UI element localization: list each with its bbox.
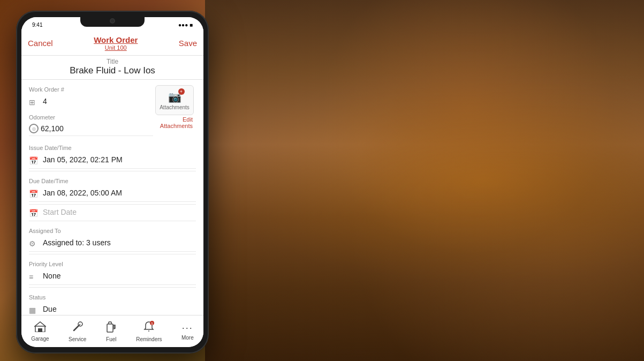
svg-rect-1 [38, 328, 42, 332]
wo-left: Work Order # ⊞ 4 Odometer ◎ 62,100 [29, 82, 153, 136]
issue-date-value: Jan 05, 2022, 02:21 PM [43, 155, 196, 164]
more-icon: ··· [182, 322, 193, 334]
priority-section: Priority Level ≡ None [29, 254, 196, 288]
issue-date-row[interactable]: 📅 Jan 05, 2022, 02:21 PM [29, 152, 196, 169]
due-date-value: Jan 08, 2022, 05:00 AM [43, 189, 196, 197]
garage-icon [34, 321, 46, 335]
priority-label: Priority Level [29, 261, 196, 267]
form-scroll: Title Brake Fluid - Low Ios Work Order #… [21, 56, 203, 315]
assigned-to-row[interactable]: ⚙ Assigned to: 3 users [29, 235, 196, 252]
assigned-to-label: Assigned To [29, 228, 196, 234]
due-date-row[interactable]: 📅 Jan 08, 2022, 05:00 AM [29, 185, 196, 202]
odometer-label: Odometer [29, 114, 153, 121]
calendar-icon: 📅 [29, 156, 39, 165]
assigned-to-value: Assigned to: 3 users [43, 238, 196, 247]
reminders-label: Reminders [136, 336, 162, 342]
svg-line-2 [74, 326, 79, 330]
attachments-label: Attachments [160, 104, 190, 110]
attachments-box[interactable]: 📷 + Attachments [155, 85, 194, 115]
service-icon [72, 321, 84, 335]
svg-rect-5 [107, 324, 113, 332]
wo-right: 📷 + Attachments Edit Attachments [153, 82, 196, 132]
phone-screen: 9:41 ●●● ■ Cancel Work Order Unit 100 Sa… [21, 17, 203, 347]
phone-device: 9:41 ●●● ■ Cancel Work Order Unit 100 Sa… [16, 11, 209, 354]
more-label: More [181, 335, 194, 341]
status-icon: ▦ [29, 306, 39, 314]
camera-icon: 📷 + [168, 91, 181, 103]
phone-camera [110, 18, 115, 24]
nav-item-reminders[interactable]: 1 Reminders [136, 321, 162, 342]
due-date-section: Due Date/Time 📅 Jan 08, 2022, 05:00 AM [29, 171, 196, 205]
priority-row[interactable]: ≡ None [29, 268, 196, 285]
priority-value: None [43, 272, 196, 280]
status-section: Status ▦ Due [29, 288, 196, 315]
service-label: Service [69, 336, 86, 342]
save-button[interactable]: Save [179, 39, 197, 48]
calendar-start-icon: 📅 [29, 209, 39, 217]
work-order-row: ⊞ 4 [29, 94, 153, 110]
garage-label: Garage [31, 336, 49, 342]
work-order-label: Work Order # [29, 86, 153, 93]
status-row[interactable]: ▦ Due [29, 302, 196, 315]
title-section: Title Brake Fluid - Low Ios [21, 56, 203, 80]
header-row: Cancel Work Order Unit 100 Save [28, 35, 197, 51]
header-title: Work Order [94, 35, 138, 44]
reminders-icon: 1 [143, 321, 154, 335]
nav-item-garage[interactable]: Garage [31, 321, 49, 342]
fuel-label: Fuel [106, 336, 116, 342]
status-icons: ●●● ■ [178, 22, 193, 28]
app-content: 9:41 ●●● ■ Cancel Work Order Unit 100 Sa… [21, 17, 203, 347]
assigned-to-section: Assigned To ⚙ Assigned to: 3 users [29, 221, 196, 254]
work-order-value[interactable]: 4 [43, 97, 153, 106]
odometer-icon: ◎ [29, 124, 39, 133]
header-subtitle: Unit 100 [94, 44, 138, 51]
header-title-block: Work Order Unit 100 [94, 35, 138, 51]
svg-line-4 [79, 324, 80, 326]
list-icon: ≡ [29, 273, 39, 281]
issue-date-label: Issue Date/Time [29, 145, 196, 151]
app-header: Cancel Work Order Unit 100 Save [21, 32, 203, 56]
status-value: Due [43, 305, 196, 313]
status-label: Status [29, 294, 196, 300]
nav-item-service[interactable]: Service [69, 321, 86, 342]
nav-item-more[interactable]: ··· More [181, 322, 194, 341]
start-date-value: Start Date [43, 208, 196, 216]
form-section: Work Order # ⊞ 4 Odometer ◎ 62,100 [21, 82, 203, 315]
edit-attachments-button[interactable]: Edit Attachments [156, 116, 193, 129]
odometer-value[interactable]: 62,100 [41, 124, 153, 133]
grid-icon: ⊞ [29, 98, 39, 107]
wo-attachments-row: Work Order # ⊞ 4 Odometer ◎ 62,100 [29, 82, 196, 136]
start-date-row[interactable]: 📅 Start Date [29, 205, 196, 221]
fuel-icon [106, 321, 117, 335]
title-label: Title [29, 58, 196, 65]
odometer-row: ◎ 62,100 [29, 122, 153, 136]
camera-plus-icon: + [178, 88, 185, 95]
title-value[interactable]: Brake Fluid - Low Ios [29, 65, 196, 76]
status-time: 9:41 [32, 22, 42, 28]
users-icon: ⚙ [29, 239, 39, 248]
nav-item-fuel[interactable]: Fuel [106, 321, 117, 342]
bottom-nav: Garage Service [21, 315, 203, 347]
calendar-due-icon: 📅 [29, 190, 39, 198]
cancel-button[interactable]: Cancel [28, 39, 53, 48]
due-date-label: Due Date/Time [29, 178, 196, 184]
issue-date-section: Issue Date/Time 📅 Jan 05, 2022, 02:21 PM [29, 138, 196, 171]
